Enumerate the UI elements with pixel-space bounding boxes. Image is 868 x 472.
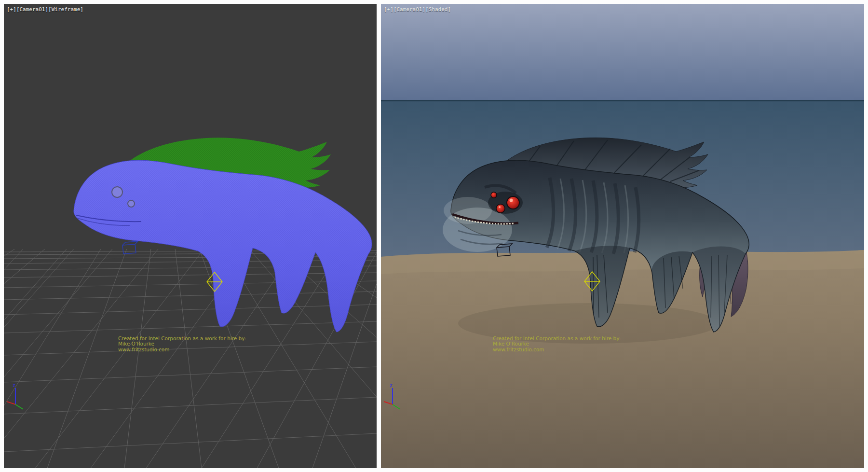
axis-tripod: z [7, 383, 23, 409]
axis-z-label: z [13, 383, 15, 388]
fish-eye-wireframe [112, 187, 122, 197]
watermark: Created for Intel Corporation as a work … [493, 336, 621, 352]
fish-eye-wireframe [128, 200, 135, 207]
viewport-wireframe[interactable]: [+][Camera01][Wireframe] [4, 4, 377, 468]
helper-box-gizmo[interactable] [122, 241, 138, 254]
fish-eye-large [507, 196, 519, 209]
fish-body-wireframe[interactable] [74, 160, 372, 332]
viewport-menu-camera[interactable]: [Camera01] [393, 6, 425, 13]
axis-z-label: z [390, 383, 393, 388]
sand-ground [381, 250, 864, 468]
shaded-scene-canvas[interactable]: z [381, 4, 864, 468]
viewport-label: [+][Camera01][Wireframe] [7, 6, 83, 13]
viewport-menu-shading[interactable]: [Shaded] [425, 6, 451, 13]
viewport-menu-general[interactable]: [+] [7, 6, 16, 13]
watermark-line2: Mike O'Rourke [118, 341, 246, 347]
watermark-line3: www.fritzstudio.com [493, 347, 621, 352]
watermark-line3: www.fritzstudio.com [118, 347, 246, 352]
watermark-line2: Mike O'Rourke [493, 341, 621, 347]
fish-eye-small [491, 192, 497, 198]
watermark: Created for Intel Corporation as a work … [118, 336, 246, 352]
horizon-line [381, 100, 864, 101]
viewport-label: [+][Camera01][Shaded] [384, 6, 451, 13]
sky [381, 4, 864, 101]
wireframe-scene-canvas[interactable]: z [4, 4, 377, 468]
viewport-shaded[interactable]: [+][Camera01][Shaded] [381, 4, 864, 468]
viewport-menu-shading[interactable]: [Wireframe] [48, 6, 83, 13]
viewport-menu-camera[interactable]: [Camera01] [16, 6, 48, 13]
eye-highlight [510, 199, 513, 202]
viewport-menu-general[interactable]: [+] [384, 6, 393, 13]
fish-eye-mid [496, 204, 505, 213]
eye-highlight [499, 206, 501, 208]
